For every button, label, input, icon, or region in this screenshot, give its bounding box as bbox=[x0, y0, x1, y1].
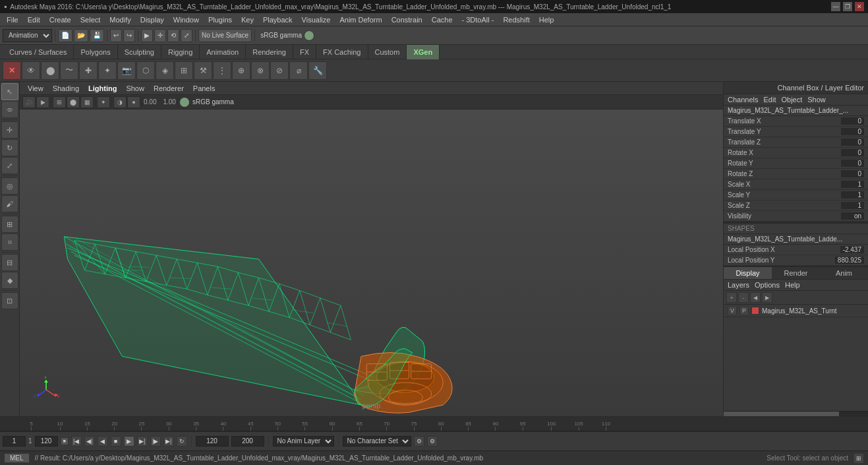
vp-light-icon[interactable]: ✦ bbox=[97, 96, 110, 108]
select-tool[interactable]: ↖ bbox=[1, 83, 18, 100]
shelf-tab-fx[interactable]: FX bbox=[293, 45, 316, 59]
menu-item-visualize[interactable]: Visualize bbox=[298, 15, 335, 25]
menu-item-display[interactable]: Display bbox=[136, 15, 168, 25]
display-layer-tool[interactable]: ⊟ bbox=[1, 254, 18, 271]
char-set-btn1[interactable]: ⚙ bbox=[414, 436, 424, 447]
shelf-icon-eye[interactable]: 👁 bbox=[22, 61, 40, 80]
layer-visibility-button[interactable]: V bbox=[728, 306, 737, 315]
shelf-icon-tool6[interactable]: ⌀ bbox=[289, 61, 308, 80]
snap-grid-tool[interactable]: ⊞ bbox=[1, 216, 18, 233]
shelf-icon-sphere[interactable]: ⬤ bbox=[41, 61, 59, 80]
shelf-icon-tool1[interactable]: ⚒ bbox=[194, 61, 212, 80]
menu-item-create[interactable]: Create bbox=[45, 15, 75, 25]
quick-sel-tool[interactable]: ⊡ bbox=[1, 292, 18, 309]
shelf-icon-tool5[interactable]: ⊘ bbox=[270, 61, 289, 80]
shelf-icon-light[interactable]: ✦ bbox=[98, 61, 117, 80]
viewport-3d[interactable]: X Y Z persp bbox=[20, 109, 723, 416]
play-start-button[interactable]: |◀ bbox=[71, 436, 82, 447]
scale-button[interactable]: ⤢ bbox=[181, 29, 192, 42]
no-live-surface-button[interactable]: No Live Surface bbox=[198, 29, 252, 42]
current-frame-input[interactable] bbox=[3, 436, 26, 447]
rotate-button[interactable]: ⟲ bbox=[167, 29, 179, 42]
shelf-icon-camera[interactable]: 📷 bbox=[117, 61, 136, 80]
move-tool[interactable]: ✛ bbox=[1, 121, 18, 139]
play-forward-button[interactable]: ▶ bbox=[124, 436, 134, 447]
menu-item-redshift[interactable]: Redshift bbox=[499, 15, 533, 25]
new-file-button[interactable]: 📄 bbox=[58, 29, 72, 42]
play-end-button[interactable]: ▶| bbox=[163, 436, 174, 447]
rotate-tool[interactable]: ↻ bbox=[1, 139, 18, 156]
vp-shade2-icon[interactable]: ● bbox=[127, 96, 140, 108]
vp-wireframe-icon[interactable]: ⊞ bbox=[53, 96, 66, 108]
anim-tool[interactable]: ◆ bbox=[1, 272, 18, 289]
cb-menu-object[interactable]: Object bbox=[781, 96, 802, 104]
channel-row[interactable]: Translate Y 0 bbox=[724, 127, 868, 137]
vp-menu-panels[interactable]: Panels bbox=[189, 84, 219, 93]
undo-button[interactable]: ↩ bbox=[110, 29, 122, 42]
restore-button[interactable]: ❐ bbox=[843, 2, 852, 11]
layers-remove-icon[interactable]: - bbox=[738, 292, 749, 303]
layer-pick-button[interactable]: P bbox=[739, 306, 749, 315]
menu-item-edit[interactable]: Edit bbox=[24, 15, 44, 25]
layers-add-icon[interactable]: + bbox=[726, 292, 737, 303]
vp-menu-lighting[interactable]: Lighting bbox=[84, 84, 121, 93]
next-key-button[interactable]: ▶| bbox=[137, 436, 148, 447]
vp-menu-show[interactable]: Show bbox=[122, 84, 148, 93]
display-tab-display[interactable]: Display bbox=[724, 267, 772, 279]
shelf-tab-polygons[interactable]: Polygons bbox=[74, 45, 117, 59]
close-button[interactable]: ✕ bbox=[855, 2, 864, 11]
layers-menu-layers[interactable]: Layers bbox=[728, 281, 749, 289]
layers-menu-help[interactable]: Help bbox=[785, 281, 800, 289]
shelf-icon-geom1[interactable]: ⬡ bbox=[136, 61, 155, 80]
vp-menu-view[interactable]: View bbox=[24, 84, 47, 93]
menu-item-file[interactable]: File bbox=[3, 15, 22, 25]
char-set-dropdown[interactable]: No Character Set bbox=[343, 436, 411, 447]
display-tab-anim[interactable]: Anim bbox=[820, 267, 868, 279]
move-button[interactable]: ✛ bbox=[154, 29, 166, 42]
channel-row[interactable]: Rotate Z 0 bbox=[724, 169, 868, 179]
menu-item---3dtoall--[interactable]: - 3DtoAll - bbox=[458, 15, 498, 25]
vp-menu-shading[interactable]: Shading bbox=[49, 84, 83, 93]
shelf-tab-sculpting[interactable]: Sculpting bbox=[118, 45, 161, 59]
scrollbar-thumb[interactable] bbox=[724, 412, 839, 416]
menu-item-help[interactable]: Help bbox=[535, 15, 558, 25]
cb-menu-edit[interactable]: Edit bbox=[763, 96, 776, 104]
shelf-tab-animation[interactable]: Animation bbox=[200, 45, 246, 59]
layers-arrow-left-icon[interactable]: ◀ bbox=[750, 292, 761, 303]
char-set-btn2[interactable]: ⚙ bbox=[427, 436, 438, 447]
channel-row[interactable]: Rotate X 0 bbox=[724, 148, 868, 158]
frame-display-btn[interactable]: ■ bbox=[61, 437, 69, 445]
vp-smooth-icon[interactable]: ⬤ bbox=[67, 96, 80, 108]
loop-button[interactable]: ↻ bbox=[177, 436, 187, 447]
shelf-icon-tool2[interactable]: ⋮ bbox=[213, 61, 231, 80]
soft-select-tool[interactable]: ◎ bbox=[1, 177, 18, 195]
shelf-tab-custom[interactable]: Custom bbox=[368, 45, 407, 59]
shelf-icon-tool4[interactable]: ⊗ bbox=[251, 61, 270, 80]
end-frame-display-input[interactable] bbox=[35, 436, 58, 447]
shelf-icon-tool7[interactable]: 🔧 bbox=[308, 61, 327, 80]
shelf-icon-geom2[interactable]: ◈ bbox=[156, 61, 174, 80]
menu-item-select[interactable]: Select bbox=[76, 15, 105, 25]
minimize-button[interactable]: — bbox=[831, 2, 840, 11]
menu-item-playback[interactable]: Playback bbox=[259, 15, 297, 25]
channel-row[interactable]: Visibility on bbox=[724, 211, 868, 222]
layers-menu-options[interactable]: Options bbox=[755, 281, 780, 289]
layers-arrow-right-icon[interactable]: ▶ bbox=[762, 292, 772, 303]
shelf-icon-x[interactable]: ✕ bbox=[3, 61, 21, 80]
menu-item-plugins[interactable]: Plugins bbox=[204, 15, 236, 25]
vp-shade1-icon[interactable]: ◑ bbox=[113, 96, 127, 108]
save-file-button[interactable]: 💾 bbox=[90, 29, 104, 42]
open-file-button[interactable]: 📂 bbox=[74, 29, 88, 42]
cb-menu-channels[interactable]: Channels bbox=[728, 96, 758, 104]
scale-tool[interactable]: ⤢ bbox=[1, 157, 18, 174]
shelf-icon-tool3[interactable]: ⊕ bbox=[232, 61, 250, 80]
channel-row[interactable]: Scale Y 1 bbox=[724, 190, 868, 201]
shelf-tab-curves--surfaces[interactable]: Curves / Surfaces bbox=[3, 45, 74, 59]
channel-row[interactable]: Translate X 0 bbox=[724, 116, 868, 127]
vp-select-icon[interactable]: ▶ bbox=[36, 96, 49, 108]
right-panel-scrollbar[interactable] bbox=[724, 411, 868, 416]
menu-item-key[interactable]: Key bbox=[237, 15, 258, 25]
vp-texture-icon[interactable]: ▦ bbox=[80, 96, 94, 108]
channel-row[interactable]: Translate Z 0 bbox=[724, 137, 868, 148]
menu-item-modify[interactable]: Modify bbox=[105, 15, 134, 25]
